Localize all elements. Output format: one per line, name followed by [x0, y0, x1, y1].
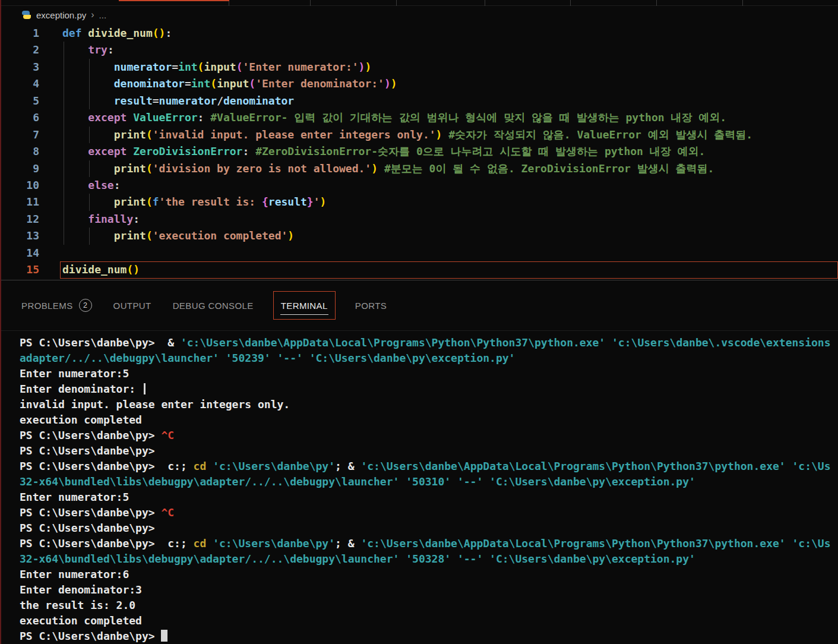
code-token: (	[146, 162, 153, 175]
code-line[interactable]: 2 try:	[0, 42, 838, 58]
code-token: )	[359, 61, 365, 73]
code-token: int	[178, 61, 198, 73]
terminal-text: ^C	[161, 429, 174, 441]
terminal-line: invalid input. please enter integers onl…	[20, 397, 838, 412]
code-token: 'Enter numerator:'	[242, 61, 358, 73]
code-line[interactable]: 13 print('execution completed')	[0, 228, 838, 244]
terminal-text: 'c:\Users\danbe\AppData\Local\Programs\P…	[361, 460, 785, 472]
code-token: )	[320, 195, 327, 208]
code-token	[62, 128, 114, 141]
panel-tab-ports[interactable]: PORTS	[353, 291, 388, 320]
code-token: denominator	[114, 77, 185, 90]
code-line[interactable]: 1def divide_num():	[0, 25, 838, 42]
terminal-text	[206, 537, 213, 550]
code-line[interactable]: 9 print('division by zero is not allowed…	[0, 160, 838, 177]
line-number: 5	[0, 93, 39, 109]
tab-divider	[310, 0, 311, 6]
terminal-text: 'c:\Us	[792, 537, 831, 550]
code-line[interactable]: 12 finally:	[0, 211, 838, 228]
line-number: 6	[0, 109, 39, 126]
code-line[interactable]: 3 numerator=int(input('Enter numerator:'…	[0, 59, 838, 75]
code-token: 'Enter denominator:'	[255, 77, 384, 90]
code-token	[62, 229, 114, 242]
terminal-text: PS C:\Users\danbe\py>	[20, 630, 161, 642]
code-token: result	[114, 94, 153, 107]
terminal-line: adapter/../..\debugpy\launcher' '50239' …	[20, 351, 838, 366]
panel-tab-problems[interactable]: PROBLEMS2	[20, 291, 94, 320]
code-token: divide_num	[62, 263, 127, 276]
terminal-text: cd	[194, 460, 207, 472]
panel-tab-output[interactable]: OUTPUT	[112, 291, 153, 320]
terminal-text: execution completed	[20, 614, 142, 627]
terminal-text: Enter numerator:6	[20, 568, 129, 580]
terminal-text: PS C:\Users\danbe\py>	[20, 522, 155, 534]
code-token: =	[153, 94, 159, 107]
panel-tab-label: PORTS	[355, 301, 387, 311]
terminal-line: Enter denominator:	[20, 381, 838, 397]
code-line[interactable]: 7 print('invalid input. please enter int…	[0, 127, 838, 143]
code-token	[62, 43, 88, 56]
code-token: input	[217, 77, 249, 90]
terminal-text: Enter numerator:5	[20, 491, 129, 503]
terminal-output[interactable]: PS C:\Users\danbe\py> & 'c:\Users\danbe\…	[0, 332, 838, 644]
code-token: )	[365, 61, 371, 73]
code-token: int	[191, 77, 211, 90]
terminal-text	[605, 336, 612, 349]
terminal-text: 32-x64\bundled\libs\debugpy\adapter/../.…	[20, 553, 695, 565]
code-token: :	[114, 179, 121, 191]
terminal-line: PS C:\Users\danbe\py>	[20, 443, 838, 459]
code-token: (	[146, 195, 153, 208]
code-token: result	[268, 195, 307, 208]
code-token: =	[172, 61, 178, 73]
terminal-text: PS C:\Users\danbe\py> &	[20, 336, 181, 349]
line-number: 1	[0, 25, 39, 42]
line-number: 2	[0, 42, 39, 58]
tab-divider	[396, 0, 397, 6]
panel-tab-terminal[interactable]: TERMINAL	[273, 291, 336, 320]
code-text: else:	[62, 177, 121, 194]
code-token: :	[242, 145, 255, 157]
code-line[interactable]: 11 print(f'the result is: {result}')	[0, 194, 838, 210]
terminal-input-cursor	[144, 383, 146, 394]
code-token: :	[133, 213, 140, 225]
code-editor[interactable]: 1def divide_num():2 try:3 numerator=int(…	[0, 24, 838, 280]
terminal-line: PS C:\Users\danbe\py> ^C	[20, 505, 838, 520]
terminal-line: PS C:\Users\danbe\py> ^C	[20, 428, 838, 443]
terminal-line: 32-x64\bundled\libs\debugpy\adapter/../.…	[20, 551, 838, 567]
breadcrumb-separator-icon: ›	[91, 10, 94, 20]
code-line[interactable]: 6 except ValueError: #ValueError- 입력 값이 …	[0, 109, 838, 126]
line-number: 7	[0, 127, 39, 143]
terminal-text: execution completed	[20, 413, 142, 426]
editor-tab-strip[interactable]	[0, 0, 838, 6]
python-icon-bottom	[23, 15, 31, 19]
code-line[interactable]: 15divide_num()	[0, 261, 838, 278]
code-line[interactable]: 14	[0, 245, 838, 261]
breadcrumb-file[interactable]: exception.py	[36, 10, 86, 20]
code-token: :	[165, 27, 172, 39]
panel-tab-label: DEBUG CONSOLE	[173, 301, 254, 311]
terminal-line: execution completed	[20, 613, 838, 629]
code-line[interactable]: 10 else:	[0, 177, 838, 194]
code-token: finally	[88, 213, 133, 225]
code-token	[62, 195, 114, 208]
code-token: (	[249, 77, 255, 90]
python-file-icon	[21, 10, 31, 20]
code-token: print	[114, 229, 146, 242]
breadcrumb: exception.py › ...	[0, 6, 838, 24]
breadcrumb-more[interactable]: ...	[99, 10, 107, 20]
terminal-cursor	[161, 630, 167, 642]
code-line[interactable]: 8 except ZeroDivisionError: #ZeroDivisio…	[0, 143, 838, 160]
terminal-line: execution completed	[20, 412, 838, 428]
code-token: denominator	[223, 94, 294, 107]
code-token: 'division by zero is not allowed.'	[153, 162, 371, 175]
terminal-text: 32-x64\bundled\libs\debugpy\adapter/../.…	[20, 475, 695, 488]
code-text: numerator=int(input('Enter numerator:'))	[62, 59, 371, 75]
code-token: #숫자가 작성되지 않음. ValueError 예외 발생시 출력됨.	[448, 128, 752, 141]
code-token	[62, 77, 114, 90]
tab-divider	[656, 0, 657, 6]
panel-tab-debug-console[interactable]: DEBUG CONSOLE	[171, 291, 255, 320]
panel-tab-label: PROBLEMS	[21, 301, 73, 311]
code-line[interactable]: 4 denominator=int(input('Enter denominat…	[0, 75, 838, 92]
panel-tab-label: OUTPUT	[113, 301, 151, 311]
code-line[interactable]: 5 result=numerator/denominator	[0, 93, 838, 109]
